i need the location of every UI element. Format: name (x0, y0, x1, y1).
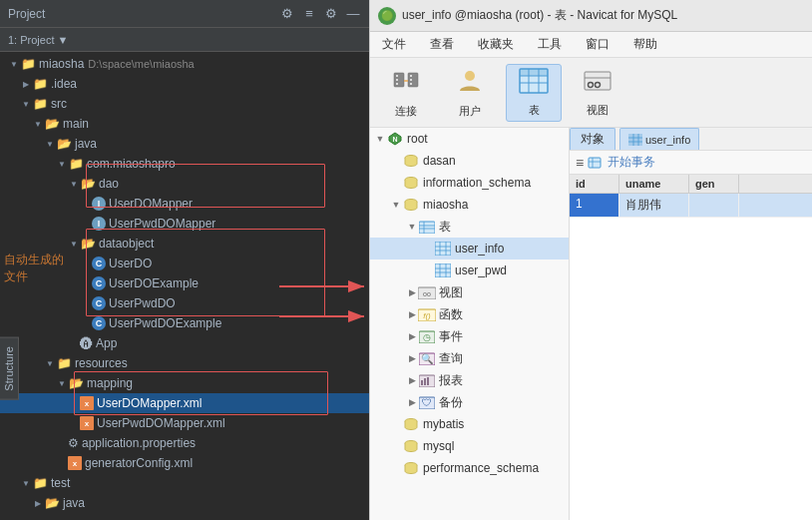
toolbar-btn-connect-label: 连接 (395, 104, 417, 119)
tree-item-userpwddomapper-xml[interactable]: x UserPwdDOMapper.xml (0, 413, 369, 433)
db-tree-reports[interactable]: ▶ 报表 (370, 369, 569, 391)
db-tree: ▼ N root dasan (370, 128, 570, 520)
menu-favorites[interactable]: 收藏夹 (466, 32, 526, 57)
tree-label-com: com.miaoshapro (87, 157, 176, 171)
db-tree-miaosha[interactable]: ▼ miaosha (370, 194, 569, 216)
ide-toolbar-title: Project (8, 7, 273, 21)
menu-help[interactable]: 帮助 (621, 32, 669, 57)
toolbar-btn-connect[interactable]: 连接 (378, 64, 434, 122)
expand-arrow: ▼ (68, 178, 80, 190)
begin-transaction-btn[interactable]: 开始事务 (588, 154, 654, 171)
db-label-tables: 表 (439, 219, 451, 236)
minimize-icon[interactable]: — (345, 6, 361, 22)
db-label-dasan: dasan (423, 154, 456, 168)
db-label-perf-schema: performance_schema (423, 461, 539, 475)
db-tree-tables-folder[interactable]: ▼ 表 (370, 216, 569, 238)
tree-item-java[interactable]: ▼ 📂 java (0, 134, 369, 154)
spacer (56, 437, 68, 449)
db-label-mysql: mysql (423, 439, 454, 453)
tree-item-test[interactable]: ▼ 📁 test (0, 473, 369, 493)
tree-label-application: application.properties (82, 436, 196, 450)
tree-label-mapping: mapping (87, 376, 133, 390)
config-file-icon: ⚙ (68, 436, 79, 450)
tree-item-src[interactable]: ▼ 📁 src (0, 94, 369, 114)
tree-item-userpwddo-example[interactable]: C UserPwdDOExample (0, 313, 369, 333)
table-tab-icon (628, 134, 642, 146)
menu-tools[interactable]: 工具 (526, 32, 574, 57)
db-tree-queries[interactable]: ▶ 🔍 查询 (370, 347, 569, 369)
table-row[interactable]: 1 肖朋伟 (570, 194, 812, 218)
event-folder-icon: ◷ (418, 327, 436, 345)
db-tree-user-info[interactable]: user_info (370, 238, 569, 260)
db-tree-user-pwd[interactable]: user_pwd (370, 260, 569, 281)
db-tree-mybatis[interactable]: mybatis (370, 413, 569, 435)
navicat-content: ▼ N root dasan (370, 128, 812, 520)
tree-item-dataobject[interactable]: ▼ 📂 dataobject (0, 234, 369, 254)
tree-item-userdomain-mapper[interactable]: I UserDOMapper (0, 194, 369, 214)
tree-item-app[interactable]: 🅐 App (0, 333, 369, 353)
table-folder-icon (418, 218, 436, 236)
toolbar-btn-view[interactable]: 视图 (570, 64, 625, 122)
db-tree-events[interactable]: ▶ ◷ 事件 (370, 325, 569, 347)
tree-label-userdo: UserDO (109, 257, 152, 270)
tab-user-info[interactable]: user_info (619, 128, 699, 150)
navicat-title-icon: 🟢 (378, 7, 396, 25)
tree-item-miaosha[interactable]: ▼ 📁 miaosha D:\space\me\miaosha (0, 54, 369, 74)
tree-item-main[interactable]: ▼ 📂 main (0, 114, 369, 134)
db-tree-perf-schema[interactable]: performance_schema (370, 457, 569, 479)
tree-item-generator-config[interactable]: x generatorConfig.xml (0, 453, 369, 473)
tree-item-dao[interactable]: ▼ 📂 dao (0, 174, 369, 194)
col-header-id: id (570, 175, 619, 193)
toolbar-btn-user[interactable]: 用户 (442, 64, 498, 122)
settings-icon[interactable]: ⚙ (279, 6, 295, 22)
toolbar-btn-table[interactable]: 表 (506, 64, 562, 122)
menu-view[interactable]: 查看 (418, 32, 466, 57)
db-icon (402, 459, 420, 477)
navicat-menubar: 文件 查看 收藏夹 工具 窗口 帮助 (370, 32, 812, 58)
svg-rect-53 (427, 377, 429, 385)
menu-window[interactable]: 窗口 (574, 32, 621, 57)
tree-item-idea[interactable]: ▶ 📁 .idea (0, 74, 369, 94)
tree-item-com[interactable]: ▼ 📁 com.miaoshapro (0, 154, 369, 174)
db-tree-views[interactable]: ▶ oo 视图 (370, 281, 569, 303)
expand-arrow: ▼ (406, 222, 418, 232)
tree-item-resources[interactable]: ▼ 📁 resources (0, 353, 369, 373)
expand-arrow: ▶ (406, 331, 418, 341)
table-icon (434, 240, 452, 258)
tree-item-userpwd-mapper[interactable]: I UserPwdDOMapper (0, 214, 369, 234)
folder-icon: 📁 (68, 156, 84, 172)
config-icon[interactable]: ⚙ (323, 6, 339, 22)
navicat-titlebar: 🟢 user_info @miaosha (root) - 表 - Navica… (370, 0, 812, 32)
tree-item-userdomapper-xml[interactable]: x UserDOMapper.xml (0, 393, 369, 413)
db-tree-functions[interactable]: ▶ f() 函数 (370, 303, 569, 325)
db-tree-info-schema[interactable]: information_schema (370, 172, 569, 194)
db-tree-mysql[interactable]: mysql (370, 435, 569, 457)
menu-file[interactable]: 文件 (370, 32, 418, 57)
svg-text:N: N (392, 136, 397, 143)
tree-label-generator-config: generatorConfig.xml (85, 456, 193, 470)
svg-rect-32 (435, 242, 451, 256)
db-label-info-schema: information_schema (423, 176, 531, 190)
db-tree-dasan[interactable]: dasan (370, 150, 569, 172)
menu-icon[interactable]: ≡ (301, 6, 317, 22)
table-header: id uname gen (570, 175, 812, 194)
folder-blue-icon: 📂 (68, 375, 84, 391)
xml-icon: x (80, 416, 94, 430)
toolbar-btn-user-label: 用户 (459, 104, 481, 119)
db-tree-root[interactable]: ▼ N root (370, 128, 569, 150)
annotation-label: 自动生成的 文件 (4, 252, 64, 285)
tree-item-mapping[interactable]: ▼ 📂 mapping (0, 373, 369, 393)
project-tab[interactable]: 1: Project ▼ (0, 28, 369, 52)
spacer (80, 198, 92, 210)
db-label-queries: 查询 (439, 350, 463, 367)
tab-objects[interactable]: 对象 (570, 128, 615, 150)
tree-item-userpwddo[interactable]: C UserPwdDO (0, 293, 369, 313)
expand-arrow: ▶ (406, 287, 418, 297)
tree-item-test-java[interactable]: ▶ 📂 java (0, 493, 369, 513)
db-tree-backup[interactable]: ▶ 🛡 备份 (370, 391, 569, 413)
tree-item-application[interactable]: ⚙ application.properties (0, 433, 369, 453)
structure-tab[interactable]: Structure (0, 337, 19, 400)
db-label-miaosha: miaosha (423, 198, 468, 212)
svg-rect-3 (394, 73, 404, 87)
tab-objects-label: 对象 (581, 131, 605, 148)
